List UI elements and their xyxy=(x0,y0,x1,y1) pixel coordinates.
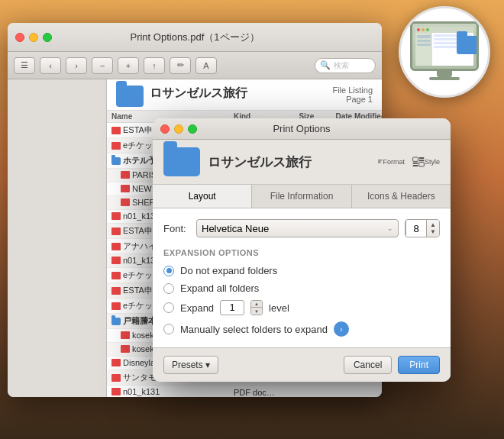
font-size-value[interactable]: 8 xyxy=(405,220,427,237)
dialog-body: Font: Helvetica Neue ⌄ 8 ▲ ▼ EXPANSION O… xyxy=(153,208,451,347)
doc-icon xyxy=(111,142,121,150)
font-value: Helvetica Neue xyxy=(202,223,269,234)
dialog-title: Print Options xyxy=(273,123,330,134)
dot-yellow xyxy=(422,28,425,31)
font-size-up-icon[interactable]: ▲ xyxy=(430,221,436,228)
level-input[interactable] xyxy=(220,300,244,315)
sidebar-line3 xyxy=(417,44,431,46)
fullscreen-button[interactable] xyxy=(43,33,52,42)
font-size-down-icon[interactable]: ▼ xyxy=(430,228,436,235)
search-box[interactable]: 🔍 検索 xyxy=(315,58,376,73)
tab-layout[interactable]: Layout xyxy=(153,185,252,208)
doc-icon xyxy=(111,257,121,264)
svg-rect-3 xyxy=(378,163,380,163)
svg-rect-2 xyxy=(378,162,381,163)
doc-icon xyxy=(111,127,121,134)
svg-rect-5 xyxy=(413,163,418,164)
label-no-expand: Do not expand folders xyxy=(180,265,277,276)
option-expand-all[interactable]: Expand all folders xyxy=(163,282,440,294)
folder-body xyxy=(457,36,479,54)
svg-rect-4 xyxy=(413,157,418,161)
expansion-title: EXPANSION OPTIONS xyxy=(163,248,440,257)
folder-icon xyxy=(111,157,121,165)
dot-red xyxy=(417,28,420,31)
print-button[interactable]: Print xyxy=(398,356,440,374)
svg-rect-1 xyxy=(378,161,381,162)
dialog-header-buttons: Format Style xyxy=(377,148,440,176)
finder-traffic-lights[interactable] xyxy=(15,33,52,42)
file-size xyxy=(294,386,331,398)
fwd-btn[interactable]: › xyxy=(66,57,87,74)
cancel-button[interactable]: Cancel xyxy=(344,356,392,374)
format-label: Format xyxy=(383,158,405,166)
doc-icon xyxy=(111,212,121,220)
dialog-titlebar: Print Options xyxy=(153,118,451,140)
dialog-close-btn[interactable] xyxy=(160,124,170,134)
search-icon: 🔍 xyxy=(320,60,331,70)
svg-rect-6 xyxy=(413,165,418,166)
annotate-btn[interactable]: A xyxy=(195,57,217,74)
radio-expand-all[interactable] xyxy=(163,283,174,294)
file-listing-header: ロサンゼルス旅行 File Listing Page 1 xyxy=(107,79,382,110)
doc-icon xyxy=(111,388,121,395)
presets-button[interactable]: Presets ▾ xyxy=(163,356,218,374)
dialog-min-btn[interactable] xyxy=(174,124,183,134)
finder-titlebar: Print Options.pdf（1ページ） xyxy=(8,23,382,52)
close-button[interactable] xyxy=(15,33,24,42)
file-name: 戸籍謄本 xyxy=(123,315,157,327)
app-icon-circle xyxy=(399,6,490,98)
tab-icons-headers[interactable]: Icons & Headers xyxy=(352,185,451,208)
file-name: n01_k131 xyxy=(123,387,160,396)
font-size-control: 8 ▲ ▼ xyxy=(405,219,440,237)
level-down-icon[interactable]: ▼ xyxy=(251,308,262,315)
view-toggle[interactable]: ☰ xyxy=(14,57,35,74)
finder-toolbar: ☰ ‹ › − + ↑ ✏ A 🔍 検索 xyxy=(8,52,382,79)
label-manually: Manually select folders to expand xyxy=(180,324,328,335)
action-btn[interactable]: ✏ xyxy=(170,57,191,74)
label-expand-all: Expand all folders xyxy=(180,282,259,294)
dialog-traffic-lights[interactable] xyxy=(160,124,197,134)
dialog-tabs: Layout File Information Icons & Headers xyxy=(153,185,451,208)
format-btn[interactable]: Format xyxy=(377,148,405,176)
table-row[interactable]: n01_k131 PDF doc… xyxy=(107,386,382,398)
zoom-in-btn[interactable]: + xyxy=(118,57,139,74)
folder-icon xyxy=(111,318,121,325)
file-date xyxy=(331,386,382,398)
minimize-button[interactable] xyxy=(29,33,38,42)
font-size-stepper[interactable]: ▲ ▼ xyxy=(427,220,439,237)
finder-sidebar xyxy=(8,79,107,397)
doc-icon xyxy=(111,374,121,382)
doc-icon xyxy=(121,185,130,192)
share-btn[interactable]: ↑ xyxy=(144,57,165,74)
style-btn[interactable]: Style xyxy=(412,148,440,176)
level-up-icon[interactable]: ▲ xyxy=(251,301,262,308)
tab-file-info[interactable]: File Information xyxy=(252,185,351,208)
doc-icon xyxy=(121,171,130,179)
option-manually[interactable]: Manually select folders to expand › xyxy=(163,321,440,337)
doc-icon xyxy=(111,243,121,250)
dialog-max-btn[interactable] xyxy=(188,124,197,134)
overlay-folder xyxy=(457,31,479,54)
level-stepper[interactable]: ▲ ▼ xyxy=(250,300,263,315)
option-no-expand[interactable]: Do not expand folders xyxy=(163,265,440,276)
manually-arrow-icon[interactable]: › xyxy=(334,321,349,337)
dot-green xyxy=(426,28,429,31)
print-options-dialog: Print Options ロサンゼルス旅行 Format xyxy=(153,118,451,382)
svg-rect-8 xyxy=(419,160,425,161)
doc-icon xyxy=(111,272,121,279)
dialog-footer: Presets ▾ Cancel Print xyxy=(153,347,451,382)
doc-icon xyxy=(121,331,130,339)
radio-expand-level[interactable] xyxy=(163,302,174,313)
style-label: Style xyxy=(425,158,440,166)
monitor-icon xyxy=(410,21,479,71)
back-btn[interactable]: ‹ xyxy=(40,57,61,74)
monitor-sidebar xyxy=(415,33,432,66)
radio-manually[interactable] xyxy=(163,324,174,334)
doc-icon xyxy=(111,287,121,295)
option-expand-level[interactable]: Expand ▲ ▼ level xyxy=(163,300,440,315)
zoom-out-btn[interactable]: − xyxy=(92,57,113,74)
footer-left: Presets ▾ xyxy=(163,356,344,374)
font-select[interactable]: Helvetica Neue ⌄ xyxy=(196,219,399,237)
radio-no-expand[interactable] xyxy=(163,266,174,276)
footer-right: Cancel Print xyxy=(344,356,440,374)
